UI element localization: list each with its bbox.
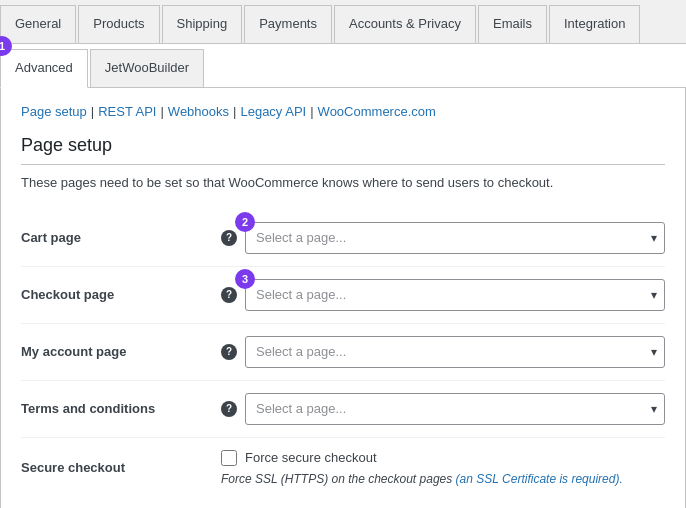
content-area: Page setup | REST API | Webhooks | Legac… <box>0 88 686 508</box>
checkout-page-field-row: ? 3 Select a page... ▾ <box>221 279 665 311</box>
tab-advanced[interactable]: Advanced <box>0 49 88 88</box>
subnav: Page setup | REST API | Webhooks | Legac… <box>21 104 665 119</box>
cart-page-badge: 2 <box>235 212 255 232</box>
checkout-page-label: Checkout page <box>21 287 114 302</box>
myaccount-page-help-icon[interactable]: ? <box>221 344 237 360</box>
secondary-tab-bar: 1 Advanced JetWooBuilder <box>0 44 686 88</box>
secure-checkout-row: Secure checkout Force secure checkout Fo… <box>21 437 665 498</box>
secure-desc-text: Force SSL (HTTPS) on the checkout pages <box>221 472 452 486</box>
terms-page-field-row: ? Select a page... ▾ <box>221 393 665 425</box>
cart-page-select-wrapper: 2 Select a page... ▾ <box>245 222 665 254</box>
myaccount-page-field-row: ? Select a page... ▾ <box>221 336 665 368</box>
cart-page-row: Cart page ? 2 Select a page... ▾ <box>21 210 665 267</box>
subnav-page-setup[interactable]: Page setup <box>21 104 87 119</box>
subnav-legacy-api[interactable]: Legacy API <box>240 104 306 119</box>
secure-checkout-checkbox-row: Force secure checkout <box>221 450 665 466</box>
secure-checkout-description: Force SSL (HTTPS) on the checkout pages … <box>221 472 665 486</box>
section-description: These pages need to be set so that WooCo… <box>21 175 665 190</box>
tab-emails[interactable]: Emails <box>478 5 547 43</box>
tab-jetwoobuilder[interactable]: JetWooBuilder <box>90 49 204 87</box>
terms-page-select-wrapper: Select a page... ▾ <box>245 393 665 425</box>
top-tab-bar: General Products Shipping Payments Accou… <box>0 0 686 44</box>
secure-checkout-label: Secure checkout <box>21 460 125 475</box>
checkout-page-help-icon[interactable]: ? <box>221 287 237 303</box>
checkout-page-badge: 3 <box>235 269 255 289</box>
tab-general[interactable]: General <box>0 5 76 43</box>
terms-page-help-icon[interactable]: ? <box>221 401 237 417</box>
tab-shipping[interactable]: Shipping <box>162 5 243 43</box>
subnav-rest-api[interactable]: REST API <box>98 104 156 119</box>
terms-page-row: Terms and conditions ? Select a page... … <box>21 380 665 437</box>
cart-page-label: Cart page <box>21 230 81 245</box>
ssl-certificate-link[interactable]: (an SSL Certificate is required). <box>456 472 623 486</box>
tab-advanced-wrapper: 1 Advanced <box>0 44 90 87</box>
checkout-page-select-wrapper: 3 Select a page... ▾ <box>245 279 665 311</box>
subnav-woocommerce-com[interactable]: WooCommerce.com <box>318 104 436 119</box>
cart-page-field-row: ? 2 Select a page... ▾ <box>221 222 665 254</box>
tab-payments[interactable]: Payments <box>244 5 332 43</box>
checkout-page-row: Checkout page ? 3 Select a page... ▾ <box>21 266 665 323</box>
myaccount-page-select-wrapper: Select a page... ▾ <box>245 336 665 368</box>
checkout-page-select[interactable]: Select a page... <box>245 279 665 311</box>
force-secure-checkout-checkbox[interactable] <box>221 450 237 466</box>
subnav-webhooks[interactable]: Webhooks <box>168 104 229 119</box>
force-secure-checkout-label: Force secure checkout <box>245 450 377 465</box>
terms-page-select[interactable]: Select a page... <box>245 393 665 425</box>
terms-page-label: Terms and conditions <box>21 401 155 416</box>
myaccount-page-row: My account page ? Select a page... ▾ <box>21 323 665 380</box>
tab-integration[interactable]: Integration <box>549 5 640 43</box>
form-table: Cart page ? 2 Select a page... ▾ <box>21 210 665 498</box>
tab-products[interactable]: Products <box>78 5 159 43</box>
section-title: Page setup <box>21 135 665 165</box>
tab-accounts-privacy[interactable]: Accounts & Privacy <box>334 5 476 43</box>
cart-page-select[interactable]: Select a page... <box>245 222 665 254</box>
myaccount-page-select[interactable]: Select a page... <box>245 336 665 368</box>
cart-page-help-icon[interactable]: ? <box>221 230 237 246</box>
myaccount-page-label: My account page <box>21 344 126 359</box>
